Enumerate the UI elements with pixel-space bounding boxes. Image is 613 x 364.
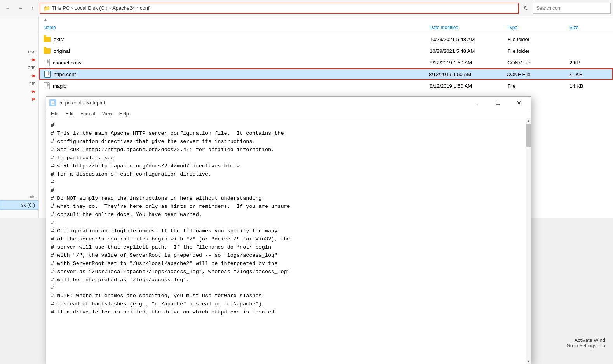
pin-icon: 📌 — [30, 56, 36, 63]
file-row[interactable]: extra 10/29/2021 5:48 AM File folder — [39, 33, 613, 45]
notepad-textarea[interactable]: # # This is the main Apache HTTP server … — [46, 118, 526, 364]
file-name-cell: original — [44, 48, 430, 54]
scroll-down-arrow[interactable]: ▼ — [526, 359, 531, 364]
file-row-httpd-conf[interactable]: httpd.conf 8/12/2019 1:50 AM CONF File 2… — [39, 68, 613, 80]
sidebar-pin2[interactable]: 📌 — [0, 72, 38, 79]
menu-format[interactable]: Format — [77, 110, 98, 117]
folder-icon — [44, 37, 51, 42]
file-name-cell: magic — [44, 82, 430, 89]
up-button[interactable]: ↑ — [27, 3, 38, 14]
folder-icon-small: 📁 — [44, 5, 50, 11]
sidebar-pin1[interactable]: 📌 — [0, 56, 38, 63]
file-type: CONF File — [507, 71, 569, 77]
search-input[interactable] — [533, 3, 611, 14]
notepad-window: 📄 httpd.conf - Notepad − ☐ ✕ File Edit F… — [46, 96, 531, 364]
menu-file[interactable]: File — [48, 110, 61, 117]
file-type: CONV File — [507, 60, 569, 66]
pin-icon2: 📌 — [30, 72, 36, 78]
menu-edit[interactable]: Edit — [62, 110, 77, 117]
pin-icon4: 📌 — [30, 96, 36, 102]
back-button[interactable]: ← — [2, 3, 13, 14]
sort-arrow: ▲ — [44, 17, 47, 21]
minimize-button[interactable]: − — [468, 97, 486, 109]
col-size[interactable]: Size — [569, 25, 608, 30]
scroll-up-arrow[interactable]: ▲ — [526, 118, 531, 124]
file-type: File folder — [507, 37, 569, 42]
file-name-cell: httpd.conf — [44, 71, 429, 78]
path-localdisk: Local Disk (C:) — [75, 5, 108, 11]
column-headers: Name Date modified Type Size — [39, 22, 613, 33]
scroll-track — [526, 124, 531, 359]
sidebar-localdisk[interactable]: sk (C:) — [0, 200, 38, 210]
col-type[interactable]: Type — [507, 25, 569, 30]
path-conf: conf — [140, 5, 150, 11]
activate-watermark: Activate Wind Go to Settings to a — [567, 337, 605, 348]
file-icon — [44, 71, 51, 78]
notepad-content: # # This is the main Apache HTTP server … — [46, 118, 531, 364]
watermark-line1: Activate Wind — [567, 337, 605, 343]
col-name[interactable]: Name — [44, 25, 430, 30]
file-name: original — [54, 48, 70, 54]
file-icon — [44, 59, 50, 66]
file-name-cell: extra — [44, 37, 430, 42]
path-thispc: This PC — [52, 5, 70, 11]
address-path[interactable]: 📁 This PC › Local Disk (C:) › Apache24 ›… — [40, 3, 519, 14]
sidebar-ess: ess — [0, 47, 38, 56]
file-date: 8/12/2019 1:50 AM — [430, 83, 507, 89]
vertical-scrollbar[interactable]: ▲ ▼ — [526, 118, 531, 364]
file-row[interactable]: charset.conv 8/12/2019 1:50 AM CONV File… — [39, 57, 613, 68]
file-row[interactable]: magic 8/12/2019 1:50 AM File 14 KB — [39, 80, 613, 92]
watermark-line2: Go to Settings to a — [567, 343, 605, 348]
file-name-cell: charset.conv — [44, 59, 430, 66]
folder-icon — [44, 48, 51, 54]
sidebar-pin4[interactable]: 📌 — [0, 95, 38, 103]
path-apache24: Apache24 — [112, 5, 135, 11]
scroll-thumb[interactable] — [526, 124, 531, 147]
file-icon — [44, 82, 50, 89]
left-sidebar: ess 📌 ads 📌 nts 📌 📌 cts sk (C:) — [0, 16, 39, 218]
file-name: magic — [53, 83, 66, 89]
sidebar-nts: nts — [0, 79, 38, 88]
file-row[interactable]: original 10/29/2021 5:48 AM File folder — [39, 45, 613, 57]
notepad-menu: File Edit Format View Help — [46, 109, 531, 118]
file-name: charset.conv — [53, 60, 82, 66]
file-size: 2 KB — [569, 60, 608, 66]
col-date[interactable]: Date modified — [430, 25, 507, 30]
maximize-button[interactable]: ☐ — [489, 97, 507, 109]
file-date: 10/29/2021 5:48 AM — [430, 48, 507, 54]
menu-help[interactable]: Help — [116, 110, 132, 117]
file-size: 14 KB — [569, 83, 608, 89]
forward-button[interactable]: → — [15, 3, 26, 14]
file-date: 8/12/2019 1:50 AM — [430, 60, 507, 66]
menu-view[interactable]: View — [99, 110, 115, 117]
file-date: 10/29/2021 5:48 AM — [430, 37, 507, 42]
refresh-button[interactable]: ↻ — [521, 3, 531, 14]
notepad-app-icon: 📄 — [49, 99, 56, 106]
file-size: 21 KB — [569, 71, 608, 77]
file-type: File — [507, 83, 569, 89]
file-name: extra — [54, 37, 65, 42]
sidebar-ads: ads — [0, 63, 38, 72]
sidebar-pin3[interactable]: 📌 — [0, 88, 38, 95]
file-date: 8/12/2019 1:50 AM — [429, 71, 507, 77]
notepad-title: httpd.conf - Notepad — [59, 100, 465, 106]
pin-icon3: 📌 — [30, 88, 36, 94]
address-bar-row: ← → ↑ 📁 This PC › Local Disk (C:) › Apac… — [0, 0, 613, 16]
file-type: File folder — [507, 48, 569, 54]
close-button[interactable]: ✕ — [510, 97, 528, 109]
notepad-titlebar: 📄 httpd.conf - Notepad − ☐ ✕ — [46, 97, 531, 109]
file-name: httpd.conf — [54, 71, 76, 77]
sidebar-nav-label: cts — [0, 193, 38, 200]
